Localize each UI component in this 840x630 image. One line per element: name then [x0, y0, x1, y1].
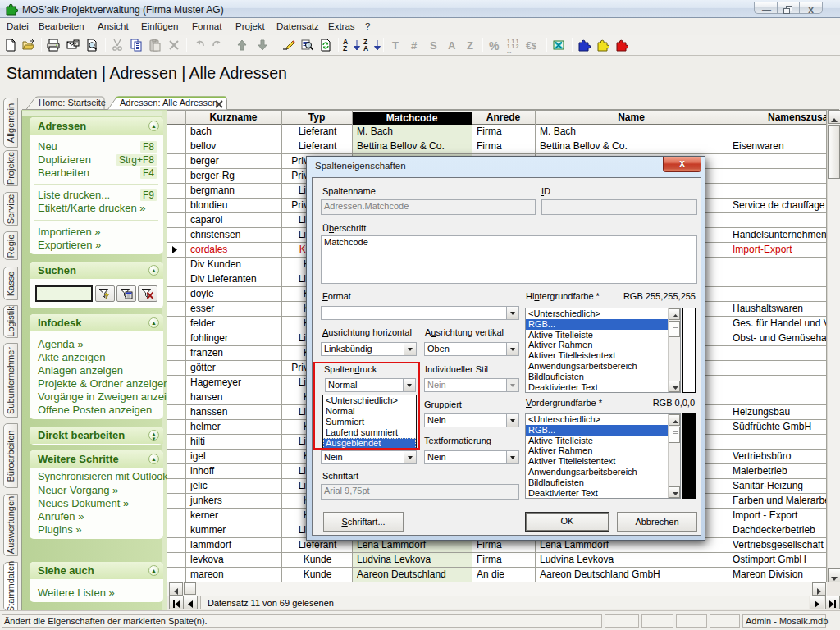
svg-text:Home: Startseite: Home: Startseite: [39, 98, 106, 107]
svg-text:Adressen: Alle Adressen: Adressen: Alle Adressen: [120, 98, 217, 107]
